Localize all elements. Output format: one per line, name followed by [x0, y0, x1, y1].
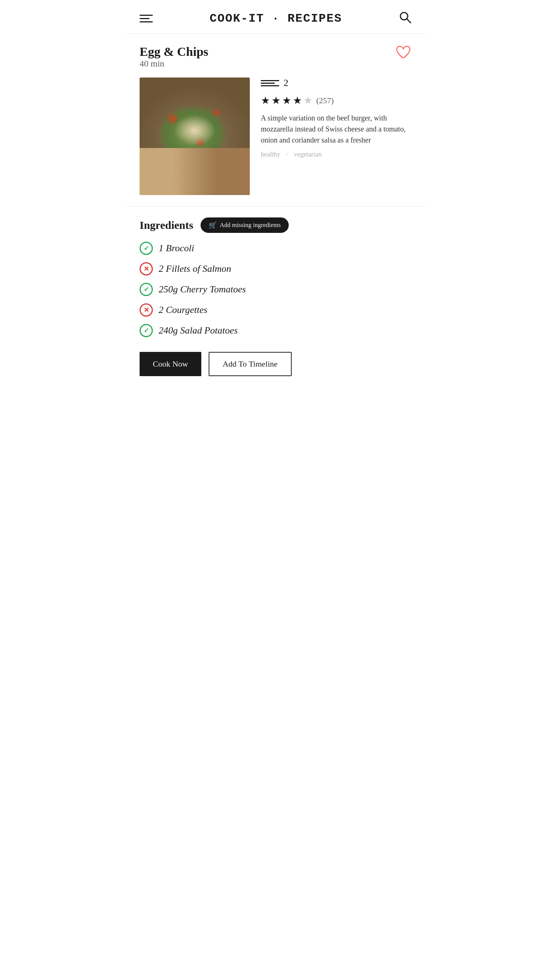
review-count: (257): [316, 96, 334, 105]
recipe-time: 40 min: [140, 59, 208, 69]
tag-separator: ·: [286, 151, 288, 158]
list-item: ✓ 250g Cherry Tomatoes: [140, 283, 411, 296]
ingredients-section: Ingredients 🛒 Add missing ingredients ✓ …: [125, 207, 426, 387]
ingredient-text: 250g Cherry Tomatoes: [159, 284, 246, 295]
ingredient-status-icon: ✓: [140, 324, 153, 337]
app-subtitle: RECIPES: [288, 12, 342, 25]
ingredient-status-icon: ✕: [140, 262, 153, 275]
recipe-title-block: Egg & Chips 40 min: [140, 45, 208, 75]
list-item: ✕ 2 Courgettes: [140, 304, 411, 317]
search-button[interactable]: [399, 11, 411, 26]
recipe-body: 2 ★ ★ ★ ★ ★ (257) A simple variation on …: [140, 78, 411, 195]
title-separator: ·: [272, 12, 280, 25]
ingredient-status-icon: ✕: [140, 304, 153, 317]
ingredient-text: 2 Courgettes: [159, 304, 207, 315]
recipe-card: Egg & Chips 40 min 2 ★ ★: [125, 34, 426, 207]
cart-icon: 🛒: [209, 221, 217, 229]
cook-now-button[interactable]: Cook Now: [140, 352, 201, 376]
ingredient-status-icon: ✓: [140, 283, 153, 296]
servings-count: 2: [283, 78, 288, 89]
star-4: ★: [293, 94, 302, 107]
ingredient-text: 240g Salad Potatoes: [159, 325, 238, 336]
rating-row: ★ ★ ★ ★ ★ (257): [261, 94, 411, 107]
menu-button[interactable]: [140, 15, 153, 22]
action-buttons: Cook Now Add To Timeline: [140, 352, 411, 376]
tag-healthy: healthy: [261, 151, 280, 158]
ingredient-status-icon: ✓: [140, 242, 153, 255]
app-name: Cook-It: [210, 12, 264, 25]
app-header: Cook-It · RECIPES: [125, 0, 426, 34]
star-2: ★: [271, 94, 281, 107]
servings-icon: [261, 80, 279, 86]
ingredient-list: ✓ 1 Brocoli ✕ 2 Fillets of Salmon ✓ 250g…: [140, 242, 411, 337]
ingredients-title: Ingredients: [140, 219, 193, 231]
svg-line-1: [407, 19, 411, 23]
app-title: Cook-It · RECIPES: [210, 12, 342, 25]
ingredients-header: Ingredients 🛒 Add missing ingredients: [140, 218, 411, 233]
star-rating: ★ ★ ★ ★ ★: [261, 94, 312, 107]
ingredient-text: 2 Fillets of Salmon: [159, 263, 231, 274]
recipe-description: A simple variation on the beef burger, w…: [261, 112, 411, 145]
recipe-title: Egg & Chips: [140, 45, 208, 59]
recipe-header: Egg & Chips 40 min: [140, 45, 411, 75]
add-timeline-button[interactable]: Add To Timeline: [209, 352, 291, 376]
list-item: ✓ 240g Salad Potatoes: [140, 324, 411, 337]
star-3: ★: [282, 94, 291, 107]
list-item: ✕ 2 Fillets of Salmon: [140, 262, 411, 275]
tag-vegetarian: vegetarian: [294, 151, 322, 158]
recipe-meta: 2 ★ ★ ★ ★ ★ (257) A simple variation on …: [261, 78, 411, 158]
ingredient-text: 1 Brocoli: [159, 243, 194, 254]
recipe-tags: healthy · vegetarian: [261, 151, 411, 158]
servings-row: 2: [261, 78, 411, 89]
add-missing-button[interactable]: 🛒 Add missing ingredients: [201, 218, 289, 233]
star-5: ★: [303, 94, 312, 107]
star-1: ★: [261, 94, 270, 107]
add-missing-label: Add missing ingredients: [220, 221, 281, 229]
favorite-button[interactable]: [395, 45, 411, 62]
list-item: ✓ 1 Brocoli: [140, 242, 411, 255]
recipe-image: [140, 78, 250, 195]
